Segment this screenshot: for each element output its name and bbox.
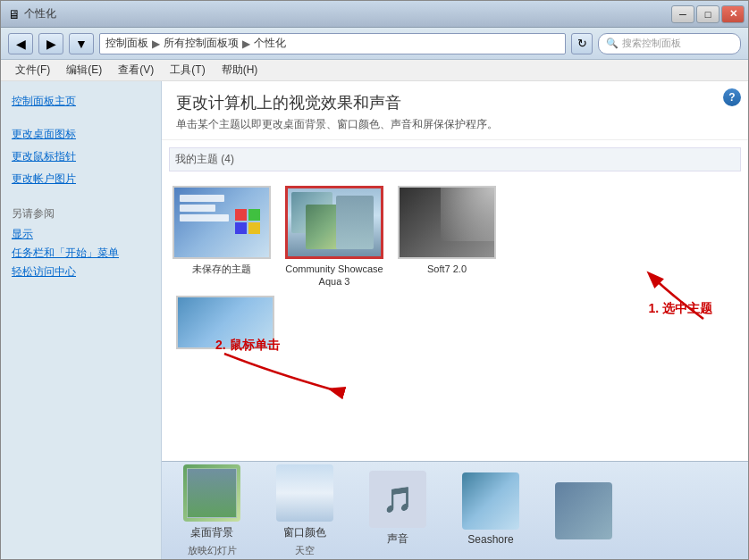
themes-section-label: 我的主题 (4) xyxy=(169,147,741,171)
main-window: 🖥 个性化 ─ □ ✕ ◀ ▶ ▼ 控制面板 ▶ 所有控制面板项 ▶ 个性化 ↻ xyxy=(0,0,749,560)
sidebar-item-display[interactable]: 显示 xyxy=(8,225,154,244)
address-bar: ◀ ▶ ▼ 控制面板 ▶ 所有控制面板项 ▶ 个性化 ↻ 🔍 搜索控制面板 xyxy=(1,28,748,60)
maximize-button[interactable]: □ xyxy=(696,5,720,23)
menu-file[interactable]: 文件(F) xyxy=(8,61,57,79)
sep-icon-2: ▶ xyxy=(242,38,250,50)
sep-icon-1: ▶ xyxy=(152,38,160,50)
menu-help[interactable]: 帮助(H) xyxy=(215,61,265,79)
toolbar-label-seashore: Seashore xyxy=(467,533,513,546)
sidebar-section-also: 另请参阅 显示 任务栏和「开始」菜单 轻松访问中心 xyxy=(8,206,154,281)
toolbar-icon-seashore xyxy=(462,472,519,530)
seashore-icon xyxy=(462,472,519,530)
toolbar-icon-background xyxy=(183,464,240,522)
theme-bg-unsaved xyxy=(174,188,269,257)
toolbar-label-sound: 声音 xyxy=(387,531,408,547)
menu-view[interactable]: 查看(V) xyxy=(111,61,161,79)
dropdown-button[interactable]: ▼ xyxy=(69,33,94,54)
sidebar-item-home[interactable]: 控制面板主页 xyxy=(8,92,154,111)
toolbar-item-background[interactable]: 桌面背景 放映幻灯片 xyxy=(176,464,248,557)
sidebar-item-account-picture[interactable]: 更改帐户图片 xyxy=(8,170,154,188)
theme-name-aqua: Community Showcase Aqua 3 xyxy=(285,263,383,288)
title-bar-left: 🖥 个性化 xyxy=(8,6,671,21)
address-path[interactable]: 控制面板 ▶ 所有控制面板项 ▶ 个性化 xyxy=(99,33,566,54)
toolbar-item-seashore[interactable]: Seashore xyxy=(455,472,526,549)
preview-lines xyxy=(180,195,229,221)
toolbar-icon-more xyxy=(555,482,612,539)
logo-green xyxy=(248,209,260,221)
toolbar-item-sound[interactable]: 🎵 声音 xyxy=(362,471,433,550)
sidebar-item-accessibility[interactable]: 轻松访问中心 xyxy=(8,263,154,281)
theme-preview-aqua xyxy=(285,186,383,259)
page-subtitle: 单击某个主题以即更改桌面背景、窗口颜色、声音和屏保保护程序。 xyxy=(176,117,734,132)
preview-line-1 xyxy=(180,195,224,202)
annotation-click-mouse: 2. 鼠标单击 xyxy=(215,338,280,354)
toolbar-sublabel-background: 放映幻灯片 xyxy=(188,544,237,557)
sidebar-section-title: 另请参阅 xyxy=(8,206,154,221)
logo-red xyxy=(235,209,247,221)
breadcrumb-all: 所有控制面板项 xyxy=(164,36,239,51)
preview-line-2 xyxy=(180,205,215,212)
minimize-button[interactable]: ─ xyxy=(671,5,694,23)
back-button[interactable]: ◀ xyxy=(8,33,33,54)
back-icon: ◀ xyxy=(16,37,26,51)
theme-item-unsaved[interactable]: 未保存的主题 xyxy=(173,186,271,288)
search-box[interactable]: 🔍 搜索控制面板 xyxy=(598,33,741,54)
main-area: 控制面板主页 更改桌面图标 更改鼠标指针 更改帐户图片 另请参阅 显示 任务栏和… xyxy=(1,81,748,559)
themes-grid: 未保存的主题 Community Showcase Aqua 3 xyxy=(169,179,741,296)
bg-icon-inner xyxy=(187,468,237,518)
sound-icon: 🎵 xyxy=(369,471,426,528)
page-title: 更改计算机上的视觉效果和声音 xyxy=(176,92,734,113)
theme-bg-soft7 xyxy=(400,188,494,257)
toolbar-icon-window-color xyxy=(276,464,333,522)
theme-item-aqua[interactable]: Community Showcase Aqua 3 xyxy=(285,186,383,288)
refresh-button[interactable]: ↻ xyxy=(571,33,593,54)
menu-bar: 文件(F) 编辑(E) 查看(V) 工具(T) 帮助(H) xyxy=(1,60,748,81)
aqua-image-3 xyxy=(336,196,374,249)
window-icon: 🖥 xyxy=(8,7,21,21)
search-icon: 🔍 xyxy=(606,38,619,49)
sidebar-item-mouse-pointer[interactable]: 更改鼠标指针 xyxy=(8,147,154,166)
theme-item-soft7[interactable]: Soft7 2.0 xyxy=(398,186,496,288)
sidebar: 控制面板主页 更改桌面图标 更改鼠标指针 更改帐户图片 另请参阅 显示 任务栏和… xyxy=(1,81,162,559)
sidebar-item-taskbar[interactable]: 任务栏和「开始」菜单 xyxy=(8,244,154,263)
theme-preview-soft7 xyxy=(398,186,496,259)
soft7-light xyxy=(441,188,494,241)
menu-tools[interactable]: 工具(T) xyxy=(163,61,212,79)
toolbar-item-window-color[interactable]: 窗口颜色 天空 xyxy=(269,464,341,557)
toolbar-icon-sound: 🎵 xyxy=(369,471,426,528)
toolbar-sublabel-window-color: 天空 xyxy=(295,544,315,557)
content-area: 更改计算机上的视觉效果和声音 单击某个主题以即更改桌面背景、窗口颜色、声音和屏保… xyxy=(162,81,748,559)
window-color-icon xyxy=(276,464,333,522)
theme-name-unsaved: 未保存的主题 xyxy=(192,263,251,275)
refresh-icon: ↻ xyxy=(577,37,587,50)
theme-preview-unsaved xyxy=(173,186,271,259)
breadcrumb-current: 个性化 xyxy=(254,36,286,51)
preview-line-3 xyxy=(180,214,229,221)
close-button[interactable]: ✕ xyxy=(721,5,745,23)
menu-edit[interactable]: 编辑(E) xyxy=(59,61,109,79)
sidebar-item-desktop-icons[interactable]: 更改桌面图标 xyxy=(8,125,154,144)
theme-name-soft7: Soft7 2.0 xyxy=(427,263,467,275)
breadcrumb-home: 控制面板 xyxy=(105,36,148,51)
toolbar-item-more[interactable] xyxy=(548,482,619,539)
dropdown-icon: ▼ xyxy=(75,37,88,51)
toolbar-label-background: 桌面背景 xyxy=(190,525,233,540)
forward-icon: ▶ xyxy=(46,37,56,51)
logo-yellow xyxy=(248,222,260,234)
search-placeholder: 搜索控制面板 xyxy=(622,37,681,50)
title-bar: 🖥 个性化 ─ □ ✕ xyxy=(1,1,748,28)
logo-blue xyxy=(235,222,247,234)
content-header: 更改计算机上的视觉效果和声音 单击某个主题以即更改桌面背景、窗口颜色、声音和屏保… xyxy=(162,81,748,140)
more-icon xyxy=(555,482,612,539)
title-bar-buttons: ─ □ ✕ xyxy=(671,5,745,23)
bottom-toolbar: 桌面背景 放映幻灯片 窗口颜色 天空 🎵 声音 xyxy=(162,461,748,559)
window-title: 个性化 xyxy=(24,6,56,21)
win-logo-quad xyxy=(235,209,260,234)
forward-button[interactable]: ▶ xyxy=(38,33,63,54)
theme-bg-aqua xyxy=(288,188,381,256)
help-button[interactable]: ? xyxy=(723,88,741,106)
background-icon xyxy=(183,464,240,522)
themes-area: 我的主题 (4) xyxy=(162,140,748,461)
toolbar-label-window-color: 窗口颜色 xyxy=(283,525,326,540)
annotation-select-theme: 1. 选中主题 xyxy=(648,301,712,317)
